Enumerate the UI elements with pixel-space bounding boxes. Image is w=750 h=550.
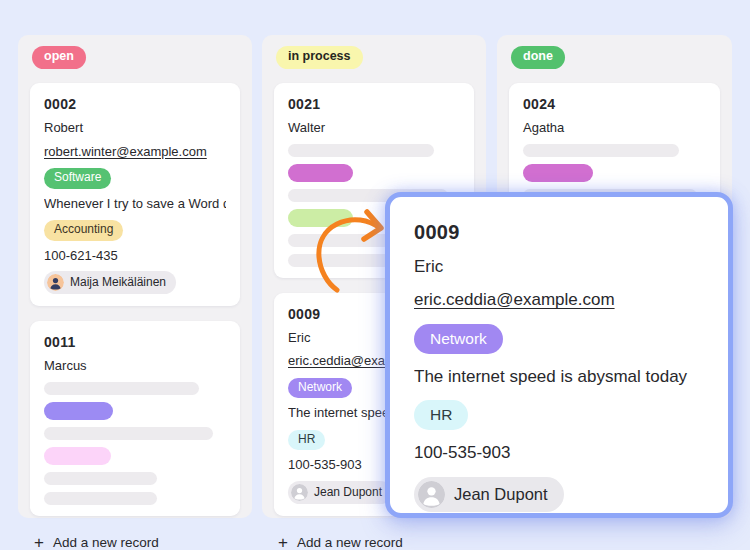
placeholder-bar (44, 447, 111, 465)
assignee-name: Maija Meikäläinen (70, 276, 166, 289)
assignee-chip: Jean Dupont (414, 477, 564, 512)
record-card[interactable]: 0011Marcus (30, 321, 240, 516)
assignee-name: Jean Dupont (314, 486, 382, 499)
record-field: 100-621-435 (44, 248, 226, 264)
record-field: Walter (288, 120, 460, 136)
person-avatar-icon (291, 484, 308, 501)
placeholder-bar (288, 144, 434, 157)
column-status-tag: open (32, 46, 86, 69)
record-department-tag: HR (414, 400, 468, 430)
record-email-link[interactable]: robert.winter@example.com (44, 144, 226, 160)
add-record-label: Add a new record (53, 535, 159, 550)
plus-icon: + (34, 534, 44, 550)
record-description: Whenever I try to save a Word docu (44, 196, 226, 212)
record-id: 0002 (44, 96, 226, 114)
record-card[interactable]: 0002Robertrobert.winter@example.comSoftw… (30, 83, 240, 306)
add-record-button[interactable]: +Add a new record (34, 535, 240, 550)
avatar-photo-icon (47, 274, 64, 291)
record-field: Agatha (523, 120, 706, 136)
assignee-name: Jean Dupont (454, 485, 548, 503)
record-tag: Software (44, 168, 111, 189)
placeholder-bar (44, 382, 199, 395)
record-phone: 100-535-903 (414, 443, 704, 463)
record-detail-overlay: 0009 Eric eric.ceddia@example.com Networ… (385, 192, 733, 518)
placeholder-bar (44, 472, 157, 485)
record-field: Robert (44, 120, 226, 136)
plus-icon: + (278, 534, 288, 550)
placeholder-bar (44, 492, 157, 505)
add-record-label: Add a new record (297, 535, 403, 550)
placeholder-bar (523, 164, 593, 182)
placeholder-bar (44, 402, 113, 420)
assignee-chip: Maija Meikäläinen (44, 271, 176, 294)
record-id: 0011 (44, 334, 226, 352)
record-category-tag: Network (414, 324, 503, 354)
record-id: 0009 (414, 221, 704, 244)
record-tag: Accounting (44, 220, 123, 241)
column-status-tag: done (511, 46, 565, 69)
record-tag: Network (288, 378, 352, 399)
record-email-link[interactable]: eric.ceddia@example.com (414, 290, 704, 310)
placeholder-bar (523, 144, 679, 157)
record-tag: HR (288, 430, 325, 451)
record-description: The internet speed is abysmal today (414, 367, 704, 387)
column-status-tag: in process (276, 46, 363, 69)
placeholder-bar (288, 164, 353, 182)
record-id: 0024 (523, 96, 706, 114)
record-name: Eric (414, 257, 704, 277)
record-id: 0021 (288, 96, 460, 114)
add-record-button[interactable]: +Add a new record (278, 535, 474, 550)
kanban-column-open: open0002Robertrobert.winter@example.comS… (18, 35, 252, 518)
placeholder-bar (44, 427, 213, 440)
record-field: Marcus (44, 358, 226, 374)
placeholder-bar (288, 209, 353, 227)
assignee-chip: Jean Dupont (288, 481, 392, 504)
person-avatar-icon (418, 481, 445, 508)
